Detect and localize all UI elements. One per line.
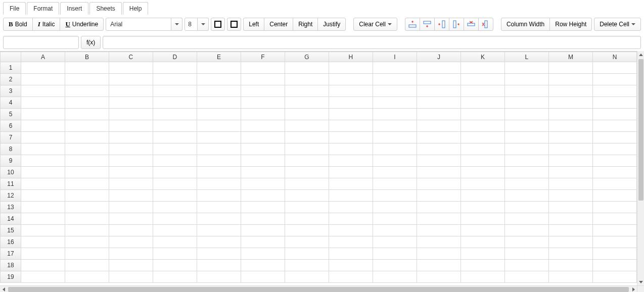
column-header[interactable]: K [461, 52, 504, 62]
cell[interactable] [65, 236, 109, 248]
font-size-select[interactable]: 8 [185, 18, 209, 31]
cell[interactable] [109, 271, 153, 283]
cell[interactable] [373, 167, 417, 178]
cell[interactable] [285, 62, 329, 74]
cell[interactable] [592, 213, 636, 225]
insert-column-right-button[interactable] [449, 18, 464, 31]
cell[interactable] [504, 155, 548, 167]
menu-insert[interactable]: Insert [60, 2, 88, 15]
underline-button[interactable]: U Underline [60, 18, 104, 31]
cell[interactable] [548, 62, 592, 74]
cell[interactable] [548, 167, 592, 178]
scroll-left-button[interactable] [0, 286, 7, 292]
cell[interactable] [373, 97, 417, 109]
cell[interactable] [417, 271, 461, 283]
cell[interactable] [285, 202, 329, 213]
row-header[interactable]: 9 [1, 155, 21, 167]
cell[interactable] [65, 62, 109, 74]
cell[interactable] [504, 260, 548, 271]
cell[interactable] [373, 271, 417, 283]
vertical-scroll-thumb[interactable] [638, 59, 643, 201]
cell[interactable] [109, 248, 153, 260]
row-header[interactable]: 5 [1, 109, 21, 120]
cell[interactable] [109, 190, 153, 202]
cell[interactable] [548, 97, 592, 109]
row-header[interactable]: 15 [1, 225, 21, 236]
cell[interactable] [373, 213, 417, 225]
cell[interactable] [153, 120, 197, 132]
cell[interactable] [548, 120, 592, 132]
cell[interactable] [109, 225, 153, 236]
cell[interactable] [109, 260, 153, 271]
cell[interactable] [592, 132, 636, 143]
cell[interactable] [153, 85, 197, 97]
cell[interactable] [461, 120, 504, 132]
cell[interactable] [592, 236, 636, 248]
cell[interactable] [65, 167, 109, 178]
cell[interactable] [548, 190, 592, 202]
cell[interactable] [461, 109, 504, 120]
cell[interactable] [417, 143, 461, 155]
cell[interactable] [153, 213, 197, 225]
cell[interactable] [329, 271, 373, 283]
column-header[interactable]: F [241, 52, 285, 62]
cell[interactable] [241, 225, 285, 236]
menu-sheets[interactable]: Sheets [89, 2, 121, 15]
cell[interactable] [241, 271, 285, 283]
cell[interactable] [592, 97, 636, 109]
align-right-button[interactable]: Right [293, 18, 318, 31]
cell[interactable] [21, 225, 65, 236]
cell[interactable] [329, 190, 373, 202]
fill-color-button[interactable] [227, 18, 241, 31]
cell[interactable] [592, 248, 636, 260]
cell[interactable] [592, 190, 636, 202]
cell[interactable] [592, 120, 636, 132]
menu-help[interactable]: Help [123, 2, 149, 15]
cell[interactable] [241, 260, 285, 271]
cell[interactable] [21, 85, 65, 97]
cell[interactable] [504, 178, 548, 190]
cell[interactable] [504, 120, 548, 132]
cell[interactable] [197, 109, 241, 120]
cell[interactable] [109, 97, 153, 109]
cell[interactable] [21, 190, 65, 202]
cell[interactable] [197, 236, 241, 248]
row-height-button[interactable]: Row Height [549, 18, 592, 31]
cell[interactable] [65, 120, 109, 132]
cell[interactable] [417, 155, 461, 167]
cell[interactable] [21, 97, 65, 109]
cell[interactable] [548, 202, 592, 213]
cell[interactable] [592, 260, 636, 271]
cell[interactable] [21, 167, 65, 178]
cell[interactable] [592, 225, 636, 236]
scroll-down-button[interactable] [637, 278, 644, 285]
cell[interactable] [197, 167, 241, 178]
cell[interactable] [329, 167, 373, 178]
cell[interactable] [548, 109, 592, 120]
delete-cell-button[interactable]: Delete Cell [594, 18, 641, 31]
cell[interactable] [109, 120, 153, 132]
cell[interactable] [109, 155, 153, 167]
cell[interactable] [461, 155, 504, 167]
cell[interactable] [461, 236, 504, 248]
cell[interactable] [241, 62, 285, 74]
cell[interactable] [373, 248, 417, 260]
cell[interactable] [197, 62, 241, 74]
cell[interactable] [197, 97, 241, 109]
row-header[interactable]: 4 [1, 97, 21, 109]
cell[interactable] [65, 97, 109, 109]
cell[interactable] [592, 143, 636, 155]
cell[interactable] [461, 225, 504, 236]
cell[interactable] [504, 190, 548, 202]
cell[interactable] [241, 178, 285, 190]
cell[interactable] [65, 225, 109, 236]
cell[interactable] [153, 225, 197, 236]
insert-row-below-button[interactable] [420, 18, 435, 31]
cell[interactable] [197, 271, 241, 283]
cell-reference-input[interactable] [3, 36, 79, 49]
cell[interactable] [548, 178, 592, 190]
cell[interactable] [153, 109, 197, 120]
cell[interactable] [417, 120, 461, 132]
cell[interactable] [329, 74, 373, 85]
cell[interactable] [197, 260, 241, 271]
